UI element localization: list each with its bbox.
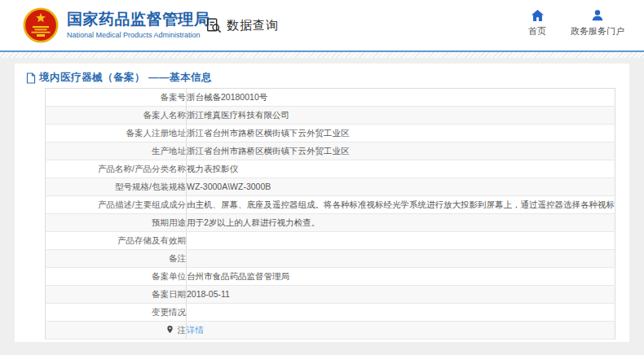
document-icon [26,72,36,84]
row-label: 生产地址 [46,142,187,160]
row-value: 详情 [187,322,615,340]
data-query-label: 数据查询 [227,18,279,33]
nav-portal[interactable]: 政务服务门户 [571,9,624,37]
table-row: 产品存储及有效期 [46,232,615,250]
info-table-body: 备案号浙台械备20180010号备案人名称浙江维真医疗科技有限公司备案人注册地址… [46,89,615,340]
table-row: 生产地址浙江省台州市路桥区横街镇下云外贸工业区 [46,142,615,160]
row-label: 注 [46,322,187,340]
row-label: 预期用途 [46,214,187,232]
row-value: 浙江维真医疗科技有限公司 [187,107,615,125]
screen: 国家药品监督管理局 National Medical Products Admi… [0,0,644,355]
row-value [187,232,615,250]
table-row: 注详情 [46,322,615,340]
row-label: 产品存储及有效期 [46,232,187,250]
table-row: 备案号浙台械备20180010号 [46,89,615,107]
row-value: 用于2岁以上的人群进行视力检查。 [187,214,615,232]
table-row: 备案人名称浙江维真医疗科技有限公司 [46,107,615,125]
pin-icon [166,325,174,334]
table-row: 预期用途用于2岁以上的人群进行视力检查。 [46,214,615,232]
home-icon [531,9,545,22]
nav-portal-label: 政务服务门户 [571,25,624,37]
national-emblem-icon [23,7,59,43]
brand: 国家药品监督管理局 National Medical Products Admi… [23,7,210,43]
row-label: 产品名称/产品分类名称 [46,160,187,178]
row-value: 由主机、屏幕、底座及遥控器组成。将各种标准视标经光学系统进行放大投影到屏幕上，通… [187,196,615,214]
content-card: 境内医疗器械（备案） ——基本信息 备案号浙台械备20180010号备案人名称浙… [15,64,629,342]
row-label: 型号规格/包装规格 [46,178,187,196]
page-title-text: 境内医疗器械（备案） ——基本信息 [39,71,212,85]
row-value: 浙台械备20180010号 [187,89,615,107]
row-value: 浙江省台州市路桥区横街镇下云外贸工业区 [187,142,615,160]
row-label: 备案人名称 [46,107,187,125]
row-label: 备案日期 [46,286,187,304]
table-row: 备案日期2018-05-11 [46,286,615,304]
user-icon [591,9,604,22]
brand-title: 国家药品监督管理局 [67,11,210,28]
nav-home-label: 首页 [528,25,546,37]
row-label: 备案号 [46,89,187,107]
row-value: 浙江省台州市路桥区横街镇下云外贸工业区 [187,125,615,142]
row-label: 变更情况 [46,304,187,322]
row-value: 2018-05-11 [187,286,615,304]
row-value [187,250,615,268]
info-table: 备案号浙台械备20180010号备案人名称浙江维真医疗科技有限公司备案人注册地址… [45,88,615,340]
table-row: 变更情况 [46,304,615,322]
site-header: 国家药品监督管理局 National Medical Products Admi… [0,0,644,52]
row-label: 备案单位 [46,268,187,286]
header-hatch-divider [0,52,644,58]
table-row: 备注 [46,250,615,268]
row-value [187,304,615,322]
data-query-tab[interactable]: 数据查询 [205,0,279,50]
table-row: 产品描述/主要组成成分由主机、屏幕、底座及遥控器组成。将各种标准视标经光学系统进… [46,196,615,214]
row-value: WZ-3000A\WZ-3000B [187,178,615,196]
brand-text: 国家药品监督管理局 National Medical Products Admi… [67,11,210,40]
detail-link[interactable]: 详情 [187,325,204,335]
top-nav: 首页 政务服务门户 [528,9,624,37]
row-label: 产品描述/主要组成成分 [46,196,187,214]
table-row: 备案人注册地址浙江省台州市路桥区横街镇下云外贸工业区 [46,125,615,142]
table-row: 型号规格/包装规格WZ-3000A\WZ-3000B [46,178,615,196]
doc-search-icon [205,17,222,33]
row-value: 视力表投影仪 [187,160,615,178]
table-row: 产品名称/产品分类名称视力表投影仪 [46,160,615,178]
row-label: 备案人注册地址 [46,125,187,142]
page-title: 境内医疗器械（备案） ——基本信息 [26,71,212,85]
nav-home[interactable]: 首页 [528,9,546,37]
row-label: 备注 [46,250,187,268]
row-value: 台州市食品药品监督管理局 [187,268,615,286]
table-row: 备案单位台州市食品药品监督管理局 [46,268,615,286]
brand-subtitle: National Medical Products Administration [67,30,210,40]
